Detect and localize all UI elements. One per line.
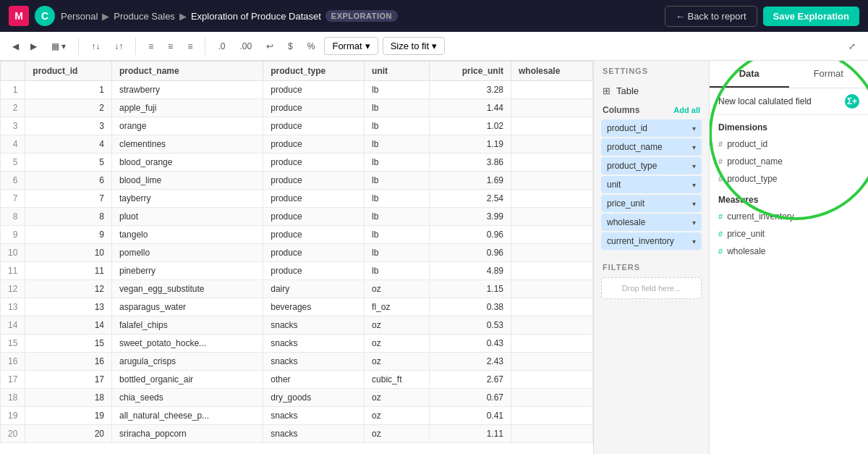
measure-hash-icon: #	[718, 212, 723, 221]
table-row[interactable]: 2 2 apple_fuji produce lb 1.44	[1, 99, 593, 117]
col-header-product-type[interactable]: product_type	[263, 62, 365, 81]
column-pill[interactable]: product_type▾	[601, 157, 702, 175]
dimension-field-label: product_type	[727, 174, 777, 184]
format-button[interactable]: Format ▾	[324, 37, 378, 55]
undo-icon: ↩	[266, 41, 273, 51]
percent-button[interactable]: %	[302, 38, 320, 55]
table-row[interactable]: 4 4 clementines produce lb 1.19	[1, 135, 593, 154]
cell-wholesale	[511, 262, 592, 280]
cell-wholesale	[511, 335, 592, 353]
table-row[interactable]: 15 15 sweet_potato_hocke... snacks oz 0.…	[1, 335, 593, 353]
table-row[interactable]: 17 17 bottled_organic_air other cubic_ft…	[1, 371, 593, 389]
column-pill-dropdown-icon: ▾	[692, 181, 696, 189]
table-row[interactable]: 9 9 tangelo produce lb 0.96	[1, 226, 593, 244]
column-pill[interactable]: wholesale▾	[601, 214, 702, 231]
table-row[interactable]: 11 11 pineberry produce lb 4.89	[1, 262, 593, 280]
table-row[interactable]: 20 20 sriracha_popcorn snacks oz 1.11	[1, 425, 593, 443]
size-to-fit-button[interactable]: Size to fit ▾	[383, 37, 445, 55]
cell-wholesale	[511, 280, 592, 298]
breadcrumb-personal[interactable]: Personal	[61, 11, 98, 22]
table-row[interactable]: 1 1 strawberry produce lb 3.28	[1, 81, 593, 99]
expand-button[interactable]: ⤢	[843, 38, 861, 55]
table-row[interactable]: 13 13 asparagus_water beverages fl_oz 0.…	[1, 298, 593, 316]
dimension-field-item[interactable]: #product_name	[710, 153, 868, 170]
col-header-price-unit[interactable]: price_unit	[430, 62, 511, 81]
cell-price-unit: 1.15	[430, 280, 511, 298]
column-pill[interactable]: current_inventory▾	[601, 232, 702, 250]
sort-desc-icon: ↓↑	[114, 41, 123, 51]
align-right-button[interactable]: ≡	[182, 38, 197, 55]
breadcrumb-produce-sales[interactable]: Produce Sales	[114, 11, 175, 22]
cell-product-id: 19	[25, 407, 112, 425]
forward-arrow-button[interactable]: ▶	[25, 38, 42, 55]
top-navigation: M C Personal ▶ Produce Sales ▶ Explorati…	[0, 0, 868, 32]
measure-field-item[interactable]: #wholesale	[710, 243, 868, 260]
column-pill[interactable]: product_id▾	[601, 119, 702, 137]
table-row[interactable]: 18 18 chia_seeds dry_goods oz 0.67	[1, 389, 593, 407]
sort-desc-button[interactable]: ↓↑	[109, 38, 128, 55]
table-area[interactable]: product_id product_name product_type uni…	[0, 61, 593, 454]
measure-field-item[interactable]: #price_unit	[710, 225, 868, 243]
dimension-hash-icon: #	[718, 157, 723, 166]
cell-product-name: apple_fuji	[112, 99, 263, 117]
undo-button[interactable]: ↩	[261, 38, 278, 55]
cell-product-id: 15	[25, 335, 112, 353]
table-type-row[interactable]: ⊞ Table	[594, 81, 709, 101]
table-row[interactable]: 10 10 pomello produce lb 0.96	[1, 244, 593, 262]
column-pill-dropdown-icon: ▾	[692, 219, 696, 227]
align-center-button[interactable]: ≡	[163, 38, 178, 55]
table-row[interactable]: 14 14 falafel_chips snacks oz 0.53	[1, 316, 593, 335]
dimension-field-item[interactable]: #product_id	[710, 135, 868, 153]
cell-wholesale	[511, 135, 592, 154]
cell-product-type: produce	[263, 135, 365, 154]
cell-price-unit: 0.38	[430, 298, 511, 316]
table-row[interactable]: 5 5 blood_orange produce lb 3.86	[1, 154, 593, 172]
table-row[interactable]: 6 6 blood_lime produce lb 1.69	[1, 172, 593, 190]
drop-field-area[interactable]: Drop field here...	[601, 277, 702, 299]
new-calc-field-button[interactable]: New local calulated field Σ+	[710, 88, 868, 115]
breadcrumb-exploration[interactable]: Exploration of Produce Dataset	[191, 11, 321, 22]
align-right-icon: ≡	[187, 41, 192, 51]
number-format-button[interactable]: .0	[213, 38, 230, 55]
back-to-report-button[interactable]: ← Back to report	[665, 6, 757, 27]
col-header-wholesale[interactable]: wholesale	[511, 62, 592, 81]
sort-asc-button[interactable]: ↑↓	[86, 38, 105, 55]
decimal-button[interactable]: .00	[234, 38, 257, 55]
cell-product-type: produce	[263, 117, 365, 135]
cell-unit: lb	[365, 172, 430, 190]
table-row[interactable]: 19 19 all_natural_cheese_p... snacks oz …	[1, 407, 593, 425]
cell-wholesale	[511, 389, 592, 407]
table-row[interactable]: 16 16 arugula_crisps snacks oz 2.43	[1, 353, 593, 371]
column-pill[interactable]: unit▾	[601, 176, 702, 193]
col-header-unit[interactable]: unit	[365, 62, 430, 81]
cell-wholesale	[511, 226, 592, 244]
column-pill-label: product_id	[607, 123, 647, 133]
tab-data[interactable]: Data	[710, 61, 789, 88]
cell-unit: lb	[365, 99, 430, 117]
col-header-product-id[interactable]: product_id	[25, 62, 112, 81]
cell-unit: cubic_ft	[365, 371, 430, 389]
back-arrow-button[interactable]: ◀	[7, 38, 24, 55]
cell-unit: oz	[365, 280, 430, 298]
nav-right: ← Back to report Save Exploration	[665, 6, 859, 27]
column-pill[interactable]: product_name▾	[601, 138, 702, 156]
table-row[interactable]: 3 3 orange produce lb 1.02	[1, 117, 593, 135]
table-row[interactable]: 12 12 vegan_egg_substitute dairy oz 1.15	[1, 280, 593, 298]
cell-unit: oz	[365, 316, 430, 335]
cell-price-unit: 1.11	[430, 425, 511, 443]
chart-type-button[interactable]: ▦ ▾	[46, 38, 71, 55]
tab-format[interactable]: Format	[789, 61, 869, 88]
new-calc-add-icon: Σ+	[845, 94, 859, 109]
measure-field-item[interactable]: #current_inventory	[710, 208, 868, 225]
cell-wholesale	[511, 244, 592, 262]
add-all-button[interactable]: Add all	[673, 106, 700, 114]
currency-button[interactable]: $	[283, 38, 298, 55]
col-header-product-name[interactable]: product_name	[112, 62, 263, 81]
save-exploration-button[interactable]: Save Exploration	[763, 7, 859, 26]
align-left-button[interactable]: ≡	[143, 38, 158, 55]
dimension-field-item[interactable]: #product_type	[710, 170, 868, 188]
table-row[interactable]: 8 8 pluot produce lb 3.99	[1, 208, 593, 226]
table-row[interactable]: 7 7 tayberry produce lb 2.54	[1, 190, 593, 208]
cell-product-name: blood_lime	[112, 172, 263, 190]
column-pill[interactable]: price_unit▾	[601, 195, 702, 212]
